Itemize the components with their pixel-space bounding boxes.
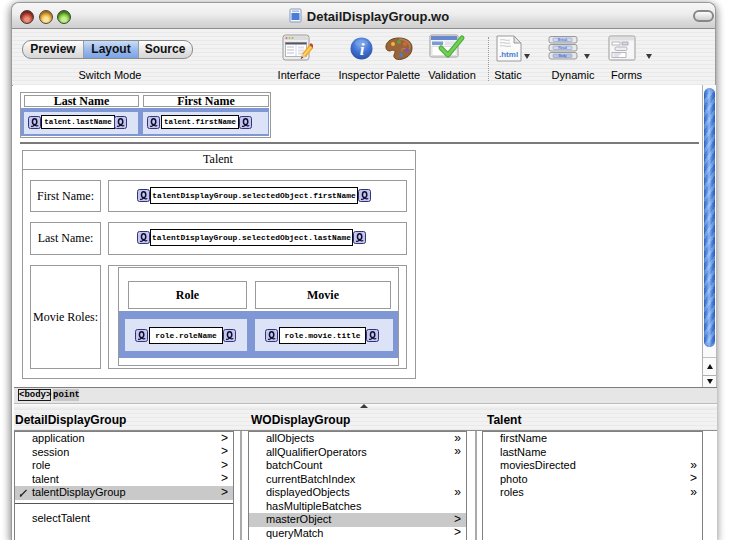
svg-text:Break: Break <box>558 38 568 42</box>
svg-text:.html: .html <box>499 50 518 59</box>
svg-text:i: i <box>360 40 365 59</box>
svg-text:Body: Body <box>558 54 566 58</box>
svg-text:Read: Read <box>558 46 567 50</box>
